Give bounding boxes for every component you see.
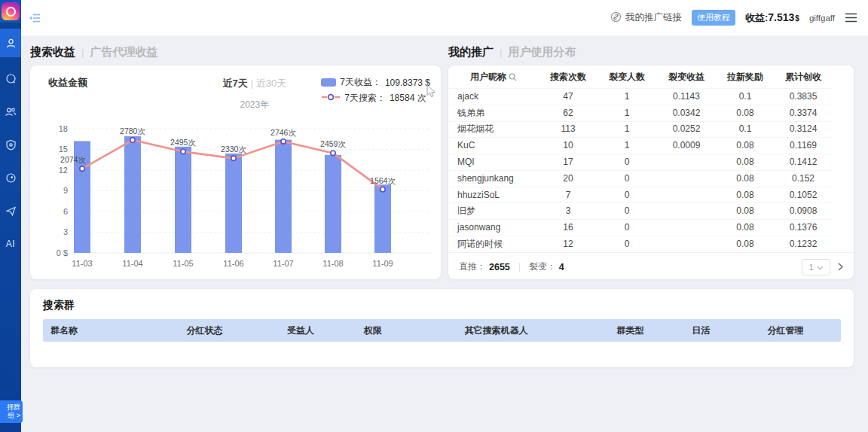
user-nickname: jasonwang [448, 220, 539, 236]
x-tick-label: 11-03 [72, 259, 92, 268]
referral-reward: 0.08 [717, 187, 774, 203]
sidebar-item-admin[interactable] [0, 128, 21, 161]
sidebar-item-users[interactable] [0, 95, 21, 128]
globe-icon [5, 73, 17, 84]
table-row: 阿诺的时候1200.080.1232 [448, 236, 833, 252]
x-tick-label: 11-05 [173, 259, 193, 268]
tab-ad-agency-revenue[interactable]: 广告代理收益 [90, 45, 157, 59]
promo-col-4: 拉新奖励 [717, 65, 774, 89]
username[interactable]: giffgaff [809, 14, 835, 23]
range-30d-button[interactable]: 近30天 [256, 78, 286, 89]
link-icon [610, 11, 622, 25]
line-marker[interactable] [181, 149, 185, 154]
y-tick-label: 12 [59, 166, 68, 175]
fission-value: 4 [559, 262, 564, 272]
range-7d-button[interactable]: 近7天 [222, 78, 247, 89]
line-marker[interactable] [130, 138, 135, 142]
tab-search-revenue[interactable]: 搜索收益 [30, 45, 75, 59]
users-icon [5, 106, 17, 117]
search-groups-card: 搜索群 群名称分红状态受益人权限其它搜索机器人群类型日活分红管理 [30, 289, 854, 367]
user-nickname[interactable]: hhuzziSoL [448, 187, 539, 203]
total-revenue: 0.3835 [774, 89, 833, 105]
fission-revenue [656, 154, 717, 171]
sidebar-item-send[interactable] [0, 194, 21, 227]
date-range-switch: 近7天|近30天 2023年 [222, 76, 286, 111]
revenue-bar[interactable] [175, 147, 191, 253]
menu-icon[interactable] [845, 13, 857, 23]
user-nickname[interactable]: KuC [448, 138, 539, 154]
sidebar-item-ai[interactable]: AI [0, 227, 21, 260]
point-label: 2746次 [270, 128, 296, 137]
fission-count[interactable]: 0 [598, 203, 656, 220]
referral-reward: 0.08 [717, 138, 774, 154]
user-nickname[interactable]: ajack [448, 89, 539, 105]
sidebar: AI 择群 组 > [0, 0, 21, 432]
total-revenue: 0.0908 [774, 203, 833, 220]
search-count: 113 [539, 121, 598, 138]
groups-table-header: 群名称分红状态受益人权限其它搜索机器人群类型日活分红管理 [43, 319, 841, 342]
tab-divider: | [500, 47, 502, 58]
revenue-bar[interactable] [325, 155, 341, 253]
promo-table-card: 用户昵称搜索次数裂变人数裂变收益拉新奖励累计创收 ajack4710.11430… [448, 65, 854, 279]
tab-user-usage-distribution[interactable]: 用户使用分布 [508, 45, 576, 59]
sidebar-item-record[interactable] [0, 161, 21, 194]
referral-reward: 0.08 [717, 170, 774, 187]
fission-count[interactable]: 1 [598, 121, 656, 138]
line-marker[interactable] [231, 156, 236, 160]
tab-my-promotion[interactable]: 我的推广 [448, 45, 494, 59]
line-marker[interactable] [381, 187, 385, 191]
legend-line-value: 18584 次 [390, 92, 426, 105]
fission-count[interactable]: 0 [598, 154, 656, 171]
collapse-sidebar-icon[interactable] [29, 13, 41, 23]
sidebar-item-browser[interactable] [0, 62, 21, 95]
user-nickname[interactable]: 钱弟弟 [448, 105, 539, 121]
sidebar-nav: AI [0, 29, 21, 260]
fission-count[interactable]: 0 [598, 236, 656, 252]
search-count: 62 [539, 105, 598, 121]
select-group-badge-line1: 择群 [2, 403, 20, 412]
sidebar-item-profile[interactable] [0, 29, 21, 57]
point-label: 2780次 [120, 126, 145, 135]
table-row: KuC1010.00090.080.1169 [448, 138, 833, 154]
fission-count[interactable]: 1 [598, 138, 656, 154]
fission-count[interactable]: 1 [598, 105, 656, 121]
revenue-bar[interactable] [374, 184, 391, 253]
table-row: 烟花烟花11310.02520.10.3124 [448, 121, 833, 138]
promo-table: 用户昵称搜索次数裂变人数裂变收益拉新奖励累计创收 ajack4710.11430… [448, 65, 833, 252]
table-row: MQI1700.080.1412 [448, 154, 833, 171]
point-label: 2074次 [60, 155, 86, 164]
legend-line-swatch [321, 93, 341, 104]
next-page-icon[interactable] [838, 263, 843, 271]
direct-referral-label: 直推： [459, 260, 486, 273]
table-row: jasonwang1600.080.1376 [448, 220, 833, 236]
revenue-bar[interactable] [275, 140, 292, 253]
search-count: 16 [539, 220, 598, 236]
range-divider: | [251, 78, 253, 89]
select-group-badge[interactable]: 择群 组 > [0, 400, 23, 423]
line-marker[interactable] [331, 151, 335, 155]
fission-count[interactable]: 0 [598, 170, 656, 187]
total-revenue: 0.3374 [774, 105, 833, 121]
promo-col-3: 裂变收益 [656, 65, 717, 89]
line-marker[interactable] [281, 139, 286, 144]
promo-col-0[interactable]: 用户昵称 [448, 65, 539, 89]
revenue-bar[interactable] [124, 136, 141, 253]
groups-col-6: 日活 [672, 324, 730, 337]
fission-count[interactable]: 0 [598, 220, 656, 236]
fission-revenue: 0.0252 [656, 121, 717, 138]
app-logo-icon[interactable] [0, 0, 21, 23]
total-revenue: 0.1169 [774, 138, 833, 154]
fission-count[interactable]: 1 [598, 89, 656, 105]
tutorial-badge[interactable]: 使用教程 [692, 10, 735, 26]
y-tick-label: 6 [63, 207, 68, 216]
page-select[interactable]: 1 [802, 259, 830, 275]
revenue-bar[interactable] [225, 154, 242, 253]
fission-count[interactable]: 0 [598, 187, 656, 203]
shield-icon [5, 139, 17, 151]
tab-divider: | [81, 47, 84, 58]
search-count: 47 [539, 89, 598, 105]
groups-col-3: 权限 [341, 324, 404, 337]
line-marker[interactable] [80, 166, 84, 171]
search-groups-title: 搜索群 [43, 299, 841, 312]
promo-link[interactable]: 我的推广链接 [610, 11, 682, 25]
